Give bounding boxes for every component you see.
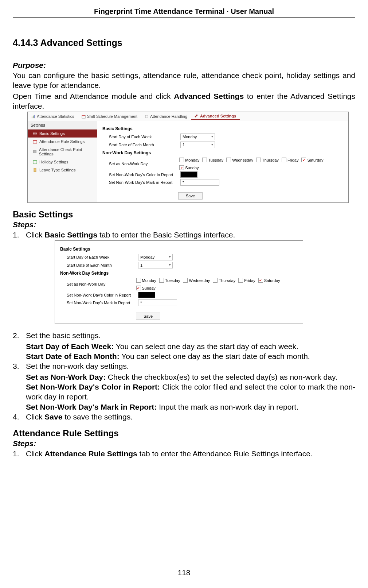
- app-tabs: Attendance Statistics Shift Schedule Man…: [28, 112, 348, 121]
- open-text-pre: Open Time and Attendance module and clic…: [13, 92, 174, 100]
- wrench-icon: [195, 114, 199, 118]
- svg-point-7: [35, 133, 36, 134]
- sidebar-item-label: Leave Type Settings: [39, 168, 75, 172]
- start-date-dropdown-2[interactable]: 1: [138, 262, 173, 268]
- start-date-label: Start Date of Each Month: [109, 143, 178, 147]
- basic-settings-screenshot: Basic Settings Start Day of Each Week Mo…: [55, 240, 303, 324]
- tab-shift-schedule[interactable]: Shift Schedule Management: [78, 113, 141, 120]
- step-1: 1. Click Basic Settings tab to enter the…: [13, 230, 355, 240]
- svg-rect-9: [33, 140, 37, 141]
- gear-icon: [33, 131, 37, 136]
- chk-tuesday[interactable]: Tuesday: [202, 158, 223, 162]
- steps-label-1: Steps:: [13, 220, 355, 229]
- calendar-icon: [82, 115, 86, 119]
- step-3c: Set Non-Work Day's Mark in Report: Input…: [26, 402, 355, 412]
- settings-sidebar: Settings Basic Settings Attendance Rule …: [28, 121, 97, 202]
- basic-settings-group-2: Basic Settings: [60, 247, 298, 252]
- svg-rect-5: [145, 115, 148, 118]
- sidebar-item-basic-settings[interactable]: Basic Settings: [28, 129, 97, 138]
- basic-settings-heading: Basic Settings: [13, 209, 355, 220]
- sidebar-item-label: Attendance Rule Settings: [39, 139, 85, 144]
- page-header: Fingerprint Time Attendance Terminal · U…: [13, 7, 355, 18]
- tab-label: Attendance Handling: [150, 114, 187, 119]
- start-day-label-2: Start Day of Each Week: [67, 255, 136, 259]
- step-2a: Start Day of Each Week: You can select o…: [26, 341, 355, 351]
- chk-friday-2[interactable]: Friday: [238, 278, 255, 283]
- svg-rect-10: [34, 150, 36, 153]
- chk-tuesday-2[interactable]: Tuesday: [159, 278, 180, 283]
- bar-chart-icon: [31, 115, 35, 119]
- nonwork-mark-label-2: Set Non-Work Day's Mark in Report: [67, 301, 136, 305]
- tab-label: Attendance Statistics: [37, 114, 74, 119]
- svg-rect-13: [34, 168, 36, 172]
- save-button-2[interactable]: Save: [136, 313, 160, 320]
- nonwork-mark-label: Set Non-Work Day's Mark in Report: [109, 180, 178, 185]
- set-nonwork-label: Set as Non-Work Day: [109, 162, 177, 166]
- sidebar-title: Settings: [28, 121, 97, 129]
- advanced-settings-screenshot: Attendance Statistics Shift Schedule Man…: [27, 112, 349, 203]
- chk-sunday[interactable]: ✔Sunday: [179, 165, 199, 170]
- chk-friday[interactable]: Friday: [282, 158, 299, 162]
- steps-label-2: Steps:: [13, 439, 355, 448]
- purpose-text: You can configure the basic settings, at…: [13, 70, 355, 90]
- chk-sunday-2[interactable]: ✔Sunday: [136, 286, 156, 290]
- chk-wednesday[interactable]: Wednesday: [226, 158, 253, 162]
- sidebar-item-check-point[interactable]: Attendance Check Point Settings: [28, 146, 97, 158]
- nonwork-mark-input[interactable]: *: [180, 179, 219, 186]
- start-day-dropdown[interactable]: Monday: [180, 134, 215, 140]
- open-instruction: Open Time and Attendance module and clic…: [13, 91, 355, 111]
- page-number: 118: [0, 568, 368, 577]
- nonwork-color-picker-2[interactable]: [138, 292, 155, 298]
- sidebar-item-leave-type[interactable]: Leave Type Settings: [28, 166, 97, 174]
- device-icon: [33, 150, 37, 154]
- settings-content: Basic Settings Start Day of Each Week Mo…: [97, 121, 348, 202]
- attendance-step-1: 1. Click Attendance Rule Settings tab to…: [13, 449, 355, 459]
- sidebar-item-label: Holiday Settings: [39, 160, 68, 164]
- attendance-rule-heading: Attendance Rule Settings: [13, 428, 355, 438]
- nonwork-day-checkboxes: Monday Tuesday Wednesday Thursday Friday…: [179, 158, 343, 170]
- tab-label: Advanced Settings: [200, 114, 236, 118]
- nonwork-color-label: Set Non-Work Day's Color in Report: [109, 173, 178, 177]
- step-2b: Start Date of Each Month: You can select…: [26, 351, 355, 361]
- nonwork-color-picker[interactable]: [180, 171, 197, 178]
- chk-saturday[interactable]: ✔Saturday: [301, 158, 323, 162]
- tab-attendance-statistics[interactable]: Attendance Statistics: [28, 113, 78, 120]
- start-day-label: Start Day of Each Week: [109, 135, 178, 139]
- svg-rect-12: [33, 160, 37, 161]
- chk-thursday-2[interactable]: Thursday: [213, 278, 235, 283]
- basic-settings-group: Basic Settings: [102, 126, 343, 131]
- start-date-dropdown[interactable]: 1: [180, 142, 215, 148]
- chk-saturday-2[interactable]: ✔Saturday: [258, 278, 280, 283]
- svg-rect-2: [34, 115, 35, 118]
- set-nonwork-label-2: Set as Non-Work Day: [67, 282, 134, 286]
- purpose-label: Purpose:: [13, 61, 355, 70]
- step-3: 3. Set the non-work day settings.: [13, 361, 355, 371]
- section-title: 4.14.3 Advanced Settings: [13, 38, 355, 48]
- nonwork-day-checkboxes-2: Monday Tuesday Wednesday Thursday Friday…: [136, 278, 298, 290]
- sidebar-item-label: Basic Settings: [39, 131, 65, 136]
- chk-monday-2[interactable]: Monday: [136, 278, 156, 283]
- step-2: 2. Set the basic settings.: [13, 330, 355, 340]
- start-date-label-2: Start Date of Each Month: [67, 263, 136, 267]
- sidebar-item-label: Attendance Check Point Settings: [39, 147, 93, 156]
- sidebar-item-attendance-rule[interactable]: Attendance Rule Settings: [28, 138, 97, 146]
- svg-rect-4: [82, 115, 85, 116]
- svg-rect-1: [33, 115, 34, 118]
- tab-label: Shift Schedule Management: [87, 114, 137, 119]
- chk-thursday[interactable]: Thursday: [256, 158, 279, 162]
- tab-attendance-handling[interactable]: Attendance Handling: [141, 113, 191, 120]
- nonwork-mark-input-2[interactable]: *: [138, 299, 177, 306]
- step-3b: Set Non-Work Day's Color in Report: Clic…: [26, 382, 355, 402]
- chk-wednesday-2[interactable]: Wednesday: [183, 278, 210, 283]
- tab-advanced-settings[interactable]: Advanced Settings: [191, 113, 240, 120]
- calendar-icon: [33, 139, 37, 144]
- chk-monday[interactable]: Monday: [179, 158, 199, 162]
- sidebar-item-holiday[interactable]: Holiday Settings: [28, 158, 97, 166]
- handling-icon: [145, 115, 149, 119]
- open-text-bold: Advanced Settings: [174, 92, 244, 100]
- door-icon: [33, 168, 37, 172]
- start-day-dropdown-2[interactable]: Monday: [138, 254, 173, 260]
- save-button[interactable]: Save: [178, 192, 203, 200]
- holiday-icon: [33, 160, 37, 164]
- nonwork-settings-group-2: Non-Work Day Settings: [60, 271, 298, 276]
